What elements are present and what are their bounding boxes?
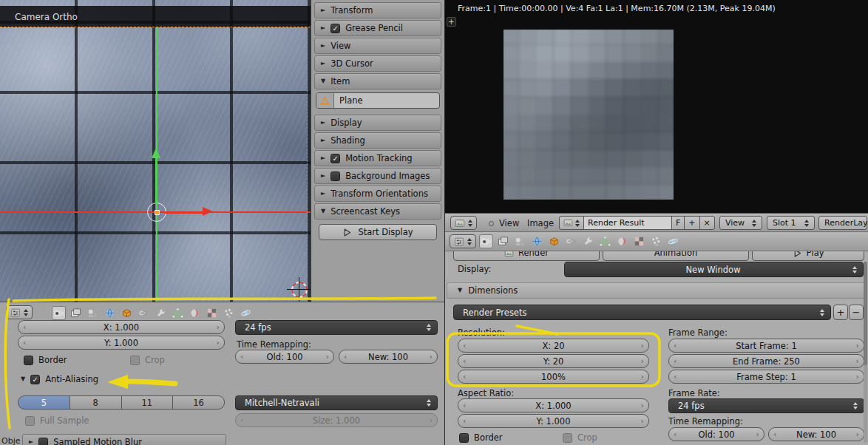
expanded-triangle-icon[interactable]: ▼ [321, 208, 325, 214]
decrement-arrow-icon[interactable]: ‹ [773, 429, 776, 438]
aa-filter-dropdown[interactable]: Mitchell-Netravali [235, 395, 438, 410]
view-menu[interactable]: View [499, 218, 519, 228]
increment-arrow-icon[interactable]: › [641, 400, 644, 410]
increment-arrow-icon[interactable]: › [217, 337, 220, 347]
sampled-motion-blur-panel-header[interactable]: ► Sampled Motion Blur [22, 434, 226, 445]
tab-modifiers-icon[interactable] [154, 306, 168, 320]
start-frame-field[interactable]: ‹ Start Frame: 1 › [668, 339, 864, 353]
expanded-triangle-icon[interactable]: ▼ [21, 376, 25, 382]
start-display-button[interactable]: Start Display [319, 224, 437, 240]
frame-step-field[interactable]: ‹ Frame Step: 1 › [668, 370, 864, 384]
collapsed-triangle-icon[interactable]: ► [321, 7, 325, 13]
resolution-x-slider[interactable]: ‹ X: 20 › [458, 339, 649, 353]
increment-arrow-icon[interactable]: › [326, 351, 329, 361]
tab-texture-icon[interactable] [205, 306, 219, 320]
increment-arrow-icon[interactable]: › [641, 356, 644, 365]
tab-constraints-icon[interactable] [564, 234, 578, 248]
decrement-arrow-icon[interactable]: ‹ [463, 340, 466, 350]
panel-3d-cursor[interactable]: ► 3D Cursor [314, 55, 441, 72]
new-framerate-field[interactable]: ‹ New: 100 › [339, 350, 438, 364]
collapsed-triangle-icon[interactable]: ► [321, 155, 325, 161]
manipulator-x-arrow[interactable] [164, 211, 203, 214]
fps-dropdown[interactable]: 24 fps [235, 320, 438, 335]
tab-particles-icon[interactable] [649, 234, 663, 248]
image-name-field[interactable]: Render Result [583, 216, 672, 230]
panel-shading[interactable]: ► Shading [314, 132, 441, 149]
increment-arrow-icon[interactable]: › [856, 371, 859, 381]
old-framerate-field[interactable]: ‹ Old: 100 › [668, 427, 764, 441]
header-collapse-dot-icon[interactable] [489, 221, 494, 226]
tab-scene-icon[interactable] [513, 234, 527, 248]
expanded-triangle-icon[interactable]: ▼ [321, 78, 325, 84]
increment-arrow-icon[interactable]: › [856, 340, 859, 350]
render-result-area[interactable] [503, 30, 674, 200]
increment-arrow-icon[interactable]: › [756, 429, 759, 438]
render-presets-dropdown[interactable]: Render Presets [453, 305, 831, 320]
background-images-checkbox[interactable] [330, 171, 340, 181]
collapsed-triangle-icon[interactable]: ► [321, 43, 325, 49]
animation-button[interactable]: Animation [603, 251, 749, 261]
aspect-x-slider[interactable]: ‹ X: 1.000 › [458, 398, 649, 412]
object-name-field[interactable]: Plane [316, 92, 440, 109]
tab-material-icon[interactable] [615, 234, 629, 248]
panel-motion-tracking[interactable]: ► Motion Tracking [314, 150, 441, 166]
anti-aliasing-panel-header[interactable]: ▼ Anti-Aliasing [21, 374, 98, 384]
panel-transform-orientations[interactable]: ► Transform Orientations [314, 186, 441, 202]
panel-screencast-keys[interactable]: ▼ Screencast Keys [314, 203, 441, 220]
editor-type-button[interactable] [450, 234, 476, 248]
crop-checkbox[interactable] [563, 433, 572, 443]
editor-type-button[interactable] [450, 216, 477, 230]
new-framerate-field[interactable]: ‹ New: 100 › [768, 427, 864, 441]
border-checkbox[interactable] [24, 356, 33, 365]
increment-arrow-icon[interactable]: › [641, 340, 644, 350]
sampled-motion-blur-checkbox[interactable] [38, 438, 48, 445]
collapsed-triangle-icon[interactable]: ► [321, 173, 325, 179]
panel-view[interactable]: ► View [314, 38, 441, 54]
anti-aliasing-checkbox[interactable] [30, 375, 40, 384]
decrement-arrow-icon[interactable]: ‹ [463, 400, 466, 410]
fake-user-button[interactable]: F [671, 216, 685, 230]
full-sample-checkbox-row[interactable]: Full Sample [25, 415, 89, 426]
aa-samples-8-button[interactable]: 8 [70, 395, 122, 410]
image-menu[interactable]: Image [527, 218, 554, 228]
view-mode-d ropdown[interactable]: View [719, 216, 762, 230]
slot-dropdown[interactable]: Slot 1 [767, 216, 815, 230]
decrement-arrow-icon[interactable]: ‹ [674, 340, 677, 350]
tab-scene-icon[interactable] [86, 306, 100, 320]
tab-physics-icon[interactable] [666, 234, 680, 248]
collapsed-triangle-icon[interactable]: ► [321, 120, 325, 126]
decrement-arrow-icon[interactable]: ‹ [463, 356, 466, 365]
tab-object-icon[interactable] [547, 234, 561, 248]
tab-texture-icon[interactable] [632, 234, 646, 248]
crop-checkbox-row[interactable]: Crop [563, 432, 597, 443]
decrement-arrow-icon[interactable]: ‹ [674, 371, 677, 381]
resolution-y-slider[interactable]: ‹ Y: 20 › [458, 354, 649, 368]
remove-preset-button[interactable]: − [849, 305, 864, 320]
scrollbar[interactable] [864, 262, 867, 443]
region-expand-button[interactable]: + [447, 17, 456, 27]
expanded-triangle-icon[interactable]: ▼ [458, 288, 462, 293]
3d-viewport[interactable]: Camera Ortho [0, 0, 311, 302]
tab-object-data-icon[interactable] [171, 306, 185, 320]
decrement-arrow-icon[interactable]: ‹ [674, 429, 677, 438]
collapsed-triangle-icon[interactable]: ► [321, 191, 325, 197]
decrement-arrow-icon[interactable]: ‹ [240, 351, 243, 361]
tab-particles-icon[interactable] [222, 306, 236, 320]
border-checkbox[interactable] [459, 433, 469, 443]
manipulator-x-arrowhead-icon[interactable] [203, 207, 213, 216]
panel-transform[interactable]: ► Transform [314, 2, 441, 18]
panel-display[interactable]: ► Display [314, 115, 441, 131]
unlink-image-button[interactable]: × [699, 216, 715, 230]
panel-item[interactable]: ▼ Item [314, 73, 441, 89]
decrement-arrow-icon[interactable]: ‹ [463, 415, 466, 425]
collapsed-triangle-icon[interactable]: ► [321, 61, 325, 67]
tab-render-icon[interactable] [479, 234, 493, 248]
motion-tracking-checkbox[interactable] [330, 154, 340, 163]
border-checkbox-row[interactable]: Border [24, 355, 67, 365]
aa-samples-5-button[interactable]: 5 [18, 395, 70, 410]
crop-checkbox[interactable] [130, 356, 140, 365]
increment-arrow-icon[interactable]: › [641, 371, 644, 381]
resolution-percentage-slider[interactable]: ‹ 100% › [458, 370, 649, 384]
tab-object-icon[interactable] [120, 306, 134, 320]
decrement-arrow-icon[interactable]: ‹ [463, 371, 466, 381]
